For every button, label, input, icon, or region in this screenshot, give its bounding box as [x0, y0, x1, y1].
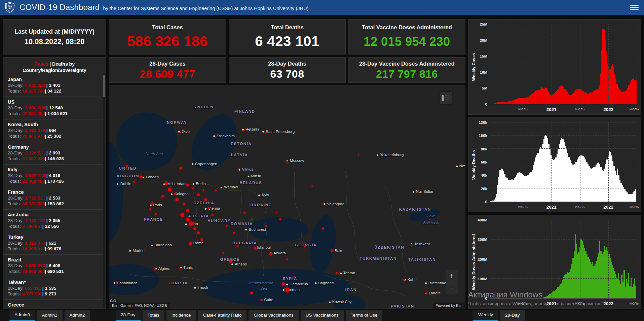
case-cluster-dot[interactable]	[304, 245, 306, 247]
tab-totals[interactable]: Totals	[143, 310, 164, 321]
tab-incidence[interactable]: Incidence	[166, 310, 196, 321]
case-cluster-dot[interactable]	[429, 219, 430, 220]
case-cluster-dot[interactable]	[186, 184, 189, 186]
case-cluster-dot[interactable]	[403, 279, 405, 281]
case-cluster-dot[interactable]	[197, 193, 200, 196]
zoom-out-button[interactable]: −	[446, 282, 458, 294]
case-cluster-dot[interactable]	[265, 225, 267, 227]
case-cluster-dot[interactable]	[331, 249, 333, 252]
case-cluster-dot[interactable]	[116, 281, 117, 283]
tab-us-vaccinations[interactable]: US Vaccinations	[301, 310, 344, 321]
tab-global-vaccinations[interactable]: Global Vaccinations	[249, 310, 298, 321]
case-cluster-dot[interactable]	[279, 218, 281, 220]
case-cluster-dot[interactable]	[164, 182, 168, 185]
case-cluster-dot[interactable]	[222, 252, 224, 254]
case-cluster-dot[interactable]	[336, 272, 338, 274]
hamburger-menu-icon[interactable]	[630, 4, 639, 10]
case-cluster-dot[interactable]	[140, 176, 143, 178]
case-cluster-dot[interactable]	[238, 168, 240, 169]
case-cluster-dot[interactable]	[254, 247, 257, 250]
case-cluster-dot[interactable]	[411, 244, 412, 246]
case-cluster-dot[interactable]	[286, 258, 288, 260]
country-list-item[interactable]: Korea, South28-Day: 2 132 378 | 664Total…	[3, 119, 103, 142]
case-cluster-dot[interactable]	[126, 165, 128, 167]
tab-terms-of-use[interactable]: Terms of Use	[346, 310, 383, 321]
case-cluster-dot[interactable]	[186, 218, 189, 221]
case-cluster-dot[interactable]	[154, 269, 156, 271]
case-cluster-dot[interactable]	[168, 187, 172, 191]
case-cluster-dot[interactable]	[189, 242, 192, 246]
country-list-item[interactable]: Italy28-Day: 1 802 140 | 4 016Totals: 21…	[3, 164, 103, 187]
case-cluster-dot[interactable]	[204, 198, 207, 201]
case-cluster-dot[interactable]	[286, 160, 288, 163]
case-cluster-dot[interactable]	[149, 208, 151, 210]
tab-case-fatality-ratio[interactable]: Case-Fatality Ratio	[198, 310, 247, 321]
country-list-item[interactable]: Australia28-Day: 1 123 122 | 2 055Totals…	[3, 209, 103, 232]
case-cluster-dot[interactable]	[293, 276, 295, 278]
case-cluster-dot[interactable]	[244, 130, 245, 131]
tab-weekly[interactable]: Weekly	[473, 310, 498, 321]
country-list-item[interactable]: Germany28-Day: 2 126 531 | 2 993Totals: …	[3, 142, 103, 164]
country-list-item[interactable]: Brazil28-Day: 1 095 273 | 6 408Totals: 3…	[3, 254, 103, 277]
case-cluster-dot[interactable]	[233, 232, 235, 234]
case-cluster-dot[interactable]	[192, 187, 194, 189]
case-cluster-dot[interactable]	[212, 214, 214, 216]
case-cluster-dot[interactable]	[215, 136, 217, 138]
country-28day-line: 28-Day: 1 722 221 | 2 533	[8, 195, 101, 201]
case-cluster-dot[interactable]	[202, 189, 204, 191]
case-cluster-dot[interactable]	[174, 192, 177, 195]
country-list-scrollbar-thumb[interactable]	[103, 75, 105, 97]
case-cluster-dot[interactable]	[200, 238, 203, 241]
case-cluster-dot[interactable]	[133, 181, 135, 183]
case-cluster-dot[interactable]	[179, 167, 182, 170]
case-cluster-dot[interactable]	[189, 221, 193, 226]
case-cluster-dot[interactable]	[183, 203, 185, 205]
case-cluster-dot[interactable]	[281, 282, 285, 286]
case-cluster-dot[interactable]	[260, 299, 262, 301]
case-cluster-dot[interactable]	[180, 132, 181, 133]
case-cluster-dot[interactable]	[285, 287, 290, 292]
country-list-item[interactable]: France28-Day: 1 722 221 | 2 533Totals: 3…	[3, 187, 103, 209]
case-cluster-dot[interactable]	[415, 191, 416, 192]
case-cluster-dot[interactable]	[322, 203, 324, 205]
case-cluster-dot[interactable]	[155, 213, 157, 215]
case-cluster-dot[interactable]	[215, 189, 217, 191]
country-list-item[interactable]: Greece28-Day: 621 474 | 901	[3, 299, 103, 308]
case-cluster-dot[interactable]	[265, 132, 267, 134]
case-cluster-dot[interactable]	[311, 185, 313, 187]
country-list-item[interactable]: Turkey28-Day: 1 115 373 | 621Totals: 16 …	[3, 232, 103, 254]
case-cluster-dot[interactable]	[229, 260, 232, 263]
tab-admin1[interactable]: Admin1	[37, 310, 63, 321]
world-map[interactable]: SWEDENFINLANDNORWAYOsloStockholmHelsinki…	[109, 85, 465, 309]
case-cluster-dot[interactable]	[193, 227, 196, 230]
layer-list-icon[interactable]	[440, 92, 452, 104]
tab-admin0[interactable]: Admin0	[9, 310, 35, 321]
tab-admin2[interactable]: Admin2	[65, 310, 90, 321]
case-cluster-dot[interactable]	[208, 207, 210, 209]
case-cluster-dot[interactable]	[219, 218, 221, 220]
country-list-item[interactable]: US28-Day: 3 430 984 | 12 548Totals: 92 3…	[3, 97, 103, 119]
case-cluster-dot[interactable]	[251, 218, 253, 220]
zoom-in-button[interactable]: +	[446, 270, 458, 282]
country-list-item[interactable]: Taiwan*28-Day: 653 112 | 1 535Totals: 4 …	[3, 277, 103, 299]
case-cluster-dot[interactable]	[134, 250, 135, 251]
case-cluster-dot[interactable]	[276, 212, 277, 213]
case-cluster-dot[interactable]	[236, 245, 238, 247]
case-cluster-dot[interactable]	[250, 292, 253, 294]
case-cluster-dot[interactable]	[426, 292, 428, 294]
country-list-item[interactable]: Japan28-Day: 4 692 322 | 2 401Totals: 14…	[3, 74, 103, 97]
case-cluster-dot[interactable]	[358, 154, 359, 155]
case-cluster-dot[interactable]	[243, 212, 245, 214]
case-cluster-dot[interactable]	[269, 253, 272, 255]
case-cluster-dot[interactable]	[161, 195, 164, 198]
case-cluster-dot[interactable]	[197, 231, 200, 234]
case-cluster-dot[interactable]	[322, 227, 324, 229]
case-cluster-dot[interactable]	[226, 225, 228, 227]
case-cluster-dot[interactable]	[180, 213, 184, 217]
tab-28-day[interactable]: 28-Day	[116, 310, 141, 321]
case-cluster-dot[interactable]	[151, 203, 153, 205]
case-cluster-dot[interactable]	[175, 198, 179, 201]
tab-28-day[interactable]: 28-Day	[500, 310, 525, 321]
case-cluster-dot[interactable]	[186, 209, 189, 212]
case-cluster-dot[interactable]	[180, 268, 182, 270]
